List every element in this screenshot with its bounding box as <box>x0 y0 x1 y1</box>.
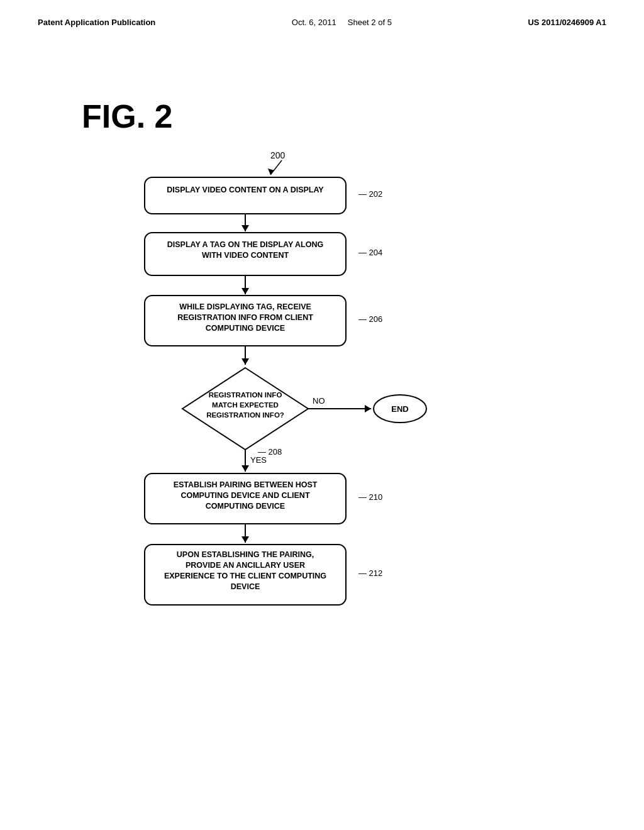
header-date-sheet: Oct. 6, 2011 Sheet 2 of 5 <box>292 18 392 27</box>
figure-title: FIG. 2 <box>82 97 172 135</box>
svg-rect-2 <box>145 177 346 214</box>
flowchart-svg: 200 DISPLAY VIDEO CONTENT ON A DISPLAY —… <box>0 132 644 799</box>
flowchart-container: 200 DISPLAY VIDEO CONTENT ON A DISPLAY —… <box>0 132 644 799</box>
box-206-line3: COMPUTING DEVICE <box>206 324 285 333</box>
yes-label: YES <box>250 455 267 465</box>
box-204-line2: WITH VIDEO CONTENT <box>202 251 289 260</box>
box-202-text: DISPLAY VIDEO CONTENT ON A DISPLAY <box>167 185 324 194</box>
label-212: — 212 <box>358 568 382 578</box>
label-204: — 204 <box>358 248 382 257</box>
box-210-line3: COMPUTING DEVICE <box>206 502 285 511</box>
header-publication: Patent Application Publication <box>38 18 155 27</box>
svg-marker-7 <box>242 288 249 294</box>
diamond-208-line3: REGISTRATION INFO? <box>206 411 284 419</box>
box-212-line4: DEVICE <box>231 582 260 591</box>
start-label: 200 <box>270 150 286 160</box>
box-206-line2: REGISTRATION INFO FROM CLIENT <box>177 313 313 322</box>
diamond-208 <box>182 368 308 450</box>
end-label: END <box>391 404 408 414</box>
label-206: — 206 <box>358 314 382 324</box>
header-sheet: Sheet 2 of 5 <box>348 18 392 27</box>
box-206-line1: WHILE DISPLAYING TAG, RECEIVE <box>179 302 311 311</box>
label-202: — 202 <box>358 189 382 199</box>
box-212-line1: UPON ESTABLISHING THE PAIRING, <box>177 550 314 559</box>
no-label: NO <box>313 396 325 406</box>
header-date: Oct. 6, 2011 <box>292 18 336 27</box>
svg-marker-4 <box>242 225 249 231</box>
box-204-line1: DISPLAY A TAG ON THE DISPLAY ALONG <box>167 240 323 249</box>
svg-marker-12 <box>365 405 371 412</box>
box-210-line1: ESTABLISH PAIRING BETWEEN HOST <box>174 480 318 489</box>
box-212-line3: EXPERIENCE TO THE CLIENT COMPUTING <box>164 572 326 580</box>
header-patent-number: US 2011/0246909 A1 <box>528 18 606 27</box>
svg-marker-10 <box>242 358 249 365</box>
page-header: Patent Application Publication Oct. 6, 2… <box>0 0 644 33</box>
diamond-208-line1: REGISTRATION INFO <box>209 391 282 399</box>
diamond-208-line2: MATCH EXPECTED <box>212 401 279 409</box>
svg-marker-17 <box>242 536 249 543</box>
svg-marker-14 <box>242 465 249 472</box>
label-210: — 210 <box>358 492 382 502</box>
box-212-line2: PROVIDE AN ANCILLARY USER <box>186 561 305 570</box>
box-210-line2: COMPUTING DEVICE AND CLIENT <box>180 491 309 500</box>
